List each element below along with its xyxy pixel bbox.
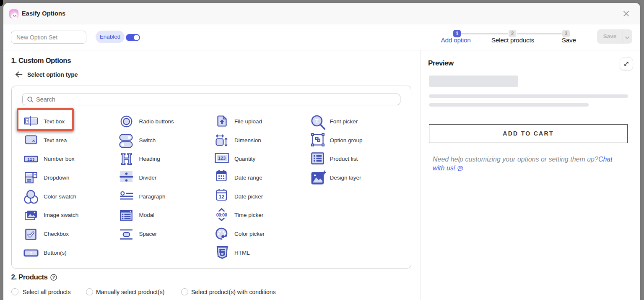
svg-text:T: T	[315, 118, 319, 124]
svg-text:123: 123	[218, 156, 226, 161]
svg-text:?: ?	[52, 274, 55, 279]
svg-text:T: T	[26, 119, 28, 123]
svg-text:12: 12	[219, 194, 225, 200]
svg-text:00:00: 00:00	[216, 212, 227, 217]
svg-text:T: T	[30, 251, 32, 256]
svg-text:123: 123	[27, 157, 34, 162]
